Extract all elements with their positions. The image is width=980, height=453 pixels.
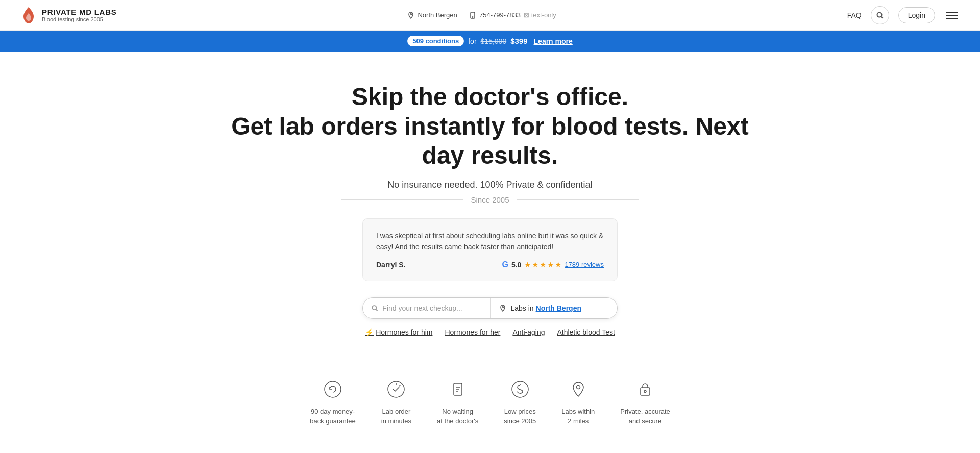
quick-link-hormones-her-label: Hormones for her (445, 328, 500, 336)
brand-tagline: Blood testing since 2005 (42, 16, 117, 22)
google-g-letter: G (502, 260, 508, 269)
quick-link-anti-aging-label: Anti-aging (512, 328, 545, 336)
review-stars: ★ ★ ★ ★ ★ (524, 260, 561, 269)
feature-labs-within: Labs within2 miles (561, 376, 595, 426)
hamburger-menu-button[interactable] (944, 10, 960, 21)
faq-link[interactable]: FAQ (847, 11, 862, 19)
star-4: ★ (547, 260, 554, 269)
promo-learn-more-link[interactable]: Learn more (534, 37, 573, 45)
no-waiting-icon (445, 376, 471, 402)
promo-old-price: $15,000 (481, 37, 507, 45)
money-back-icon (320, 376, 346, 402)
feature-low-prices: Low pricessince 2005 (504, 376, 536, 426)
svg-rect-20 (641, 388, 650, 395)
review-card: I was skeptical at first about schedulin… (362, 218, 618, 281)
svg-point-5 (372, 306, 376, 310)
quick-link-hormones-him-label: Hormones for him (376, 328, 432, 336)
hero-subtitle: No insurance needed. 100% Private & conf… (219, 180, 761, 190)
location-label: Labs in North Bergen (511, 304, 582, 312)
nav-location-phone: North Bergen 754-799-7833 ⊠ text-only (407, 11, 556, 19)
feature-no-waiting: No waitingat the doctor's (437, 376, 478, 426)
star-1: ★ (524, 260, 531, 269)
brand-logo-icon (20, 6, 37, 24)
feature-lab-order-label: Lab orderin minutes (381, 407, 411, 426)
svg-point-19 (576, 385, 580, 389)
brand-name: PRIVATE MD LABS (42, 8, 117, 16)
search-input[interactable] (382, 304, 481, 312)
nav-location[interactable]: North Bergen (418, 11, 457, 19)
login-button[interactable]: Login (898, 7, 935, 23)
star-3: ★ (540, 260, 546, 269)
quick-link-athletic[interactable]: Athletic blood Test (557, 328, 615, 336)
location-search-icon (499, 304, 507, 312)
review-footer: Darryl S. G 5.0 ★ ★ ★ ★ ★ 1789 reviews (376, 260, 604, 269)
svg-point-16 (512, 381, 528, 397)
nav-phone[interactable]: 754-799-7833 (479, 11, 521, 19)
quick-links: ⚡ Hormones for him Hormones for her Anti… (219, 328, 761, 336)
feature-money-back-label: 90 day money-back guarantee (310, 407, 356, 426)
svg-point-2 (472, 16, 473, 17)
location-city-link[interactable]: North Bergen (536, 304, 581, 312)
hero-since: Since 2005 (219, 195, 761, 204)
labs-within-icon (565, 376, 592, 402)
svg-point-0 (410, 13, 412, 15)
quick-link-hormones-him[interactable]: ⚡ Hormones for him (365, 328, 432, 336)
nav-phone-suffix: ⊠ text-only (524, 11, 556, 19)
features-row: 90 day money-back guarantee Lab orderin … (219, 361, 761, 452)
search-icon (876, 11, 884, 19)
search-input-area[interactable] (363, 298, 491, 318)
svg-point-8 (325, 381, 341, 397)
feature-lab-order: Lab orderin minutes (381, 376, 411, 426)
menu-line-1 (946, 12, 958, 13)
hero-section: Skip the doctor's office. Get lab orders… (209, 52, 771, 453)
feature-labs-within-label: Labs within2 miles (561, 407, 595, 426)
search-field-icon (371, 304, 378, 312)
search-bar: Labs in North Bergen (362, 297, 618, 319)
hormones-him-icon: ⚡ (365, 328, 374, 336)
hero-title: Skip the doctor's office. Get lab orders… (219, 82, 761, 170)
svg-line-4 (881, 16, 883, 18)
location-search-area[interactable]: Labs in North Bergen (491, 298, 618, 318)
feature-low-prices-label: Low pricessince 2005 (504, 407, 536, 426)
lab-order-icon (383, 376, 409, 402)
feature-private: Private, accurateand secure (620, 376, 670, 426)
svg-point-21 (644, 390, 646, 392)
brand-logo[interactable]: PRIVATE MD LABS Blood testing since 2005 (20, 6, 117, 24)
phone-icon (469, 12, 476, 19)
google-rating-logo: G (502, 260, 508, 269)
review-author: Darryl S. (376, 261, 406, 269)
hero-since-text: Since 2005 (471, 195, 509, 204)
nav-actions: FAQ Login (847, 6, 960, 24)
star-5: ★ (555, 260, 561, 269)
svg-point-3 (877, 12, 881, 17)
nav-separator (461, 11, 465, 19)
review-rating: G 5.0 ★ ★ ★ ★ ★ 1789 reviews (502, 260, 604, 269)
svg-point-7 (502, 306, 503, 308)
location-pin-icon (407, 12, 414, 19)
star-2: ★ (532, 260, 538, 269)
private-icon (632, 376, 658, 402)
svg-line-11 (399, 385, 401, 386)
feature-private-label: Private, accurateand secure (620, 407, 670, 426)
quick-link-athletic-label: Athletic blood Test (557, 328, 615, 336)
quick-link-anti-aging[interactable]: Anti-aging (512, 328, 545, 336)
promo-new-price: $399 (510, 37, 527, 45)
review-count-link[interactable]: 1789 reviews (565, 261, 604, 268)
menu-line-2 (946, 15, 958, 16)
feature-money-back: 90 day money-back guarantee (310, 376, 356, 426)
menu-line-3 (946, 18, 958, 19)
review-text: I was skeptical at first about schedulin… (376, 230, 604, 253)
feature-no-waiting-label: No waitingat the doctor's (437, 407, 478, 426)
promo-for-label: for (468, 37, 476, 45)
search-icon-button[interactable] (871, 6, 889, 24)
promo-badge[interactable]: 509 conditions (407, 36, 464, 46)
low-prices-icon (507, 376, 533, 402)
review-score: 5.0 (511, 261, 521, 269)
svg-line-6 (376, 309, 377, 311)
promo-banner: 509 conditions for $15,000 $399 Learn mo… (0, 31, 980, 52)
navbar: PRIVATE MD LABS Blood testing since 2005… (0, 0, 980, 31)
quick-link-hormones-her[interactable]: Hormones for her (445, 328, 500, 336)
brand-name-group: PRIVATE MD LABS Blood testing since 2005 (42, 8, 117, 22)
